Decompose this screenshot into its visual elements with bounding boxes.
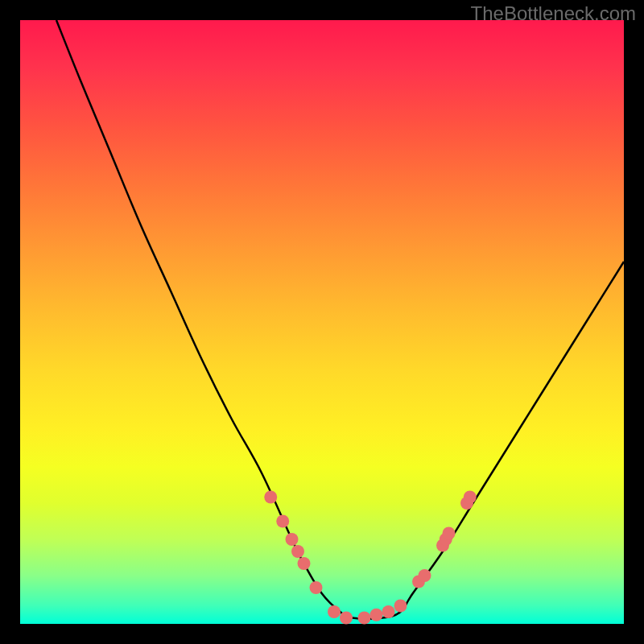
data-marker bbox=[382, 605, 395, 618]
data-marker bbox=[264, 491, 277, 504]
chart-svg bbox=[20, 20, 624, 624]
curve-path bbox=[56, 20, 624, 619]
data-marker bbox=[340, 612, 353, 625]
data-marker bbox=[394, 600, 407, 613]
data-marker bbox=[286, 533, 299, 546]
data-marker bbox=[443, 527, 456, 540]
curve-line bbox=[56, 20, 624, 619]
data-marker bbox=[419, 569, 431, 582]
data-marker bbox=[358, 612, 371, 625]
data-marker bbox=[291, 545, 304, 558]
data-marker bbox=[276, 515, 289, 528]
data-marker bbox=[310, 581, 323, 594]
watermark-text: TheBottleneck.com bbox=[471, 2, 636, 25]
data-marker bbox=[328, 605, 341, 618]
data-marker bbox=[298, 557, 311, 570]
data-marker bbox=[370, 609, 383, 621]
data-marker bbox=[464, 491, 477, 504]
data-markers bbox=[264, 491, 477, 625]
bottleneck-chart bbox=[20, 20, 624, 624]
